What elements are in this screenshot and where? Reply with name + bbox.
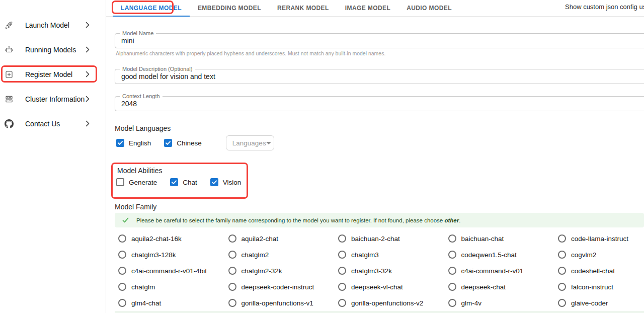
family-radio-codeshell-chat[interactable]: codeshell-chat xyxy=(554,267,644,275)
model-name-field[interactable]: Model Name mini xyxy=(115,33,644,48)
family-radio-deepseek-chat[interactable]: deepseek-chat xyxy=(445,283,555,291)
family-radio-falcon-instruct[interactable]: falcon-instruct xyxy=(554,283,644,291)
radio-label: baichuan-chat xyxy=(461,235,504,243)
checkbox-checked-icon xyxy=(164,139,172,147)
chevron-right-icon xyxy=(86,71,90,77)
family-radio-glm-4v[interactable]: glm-4v xyxy=(445,299,555,307)
context-length-label: Context Length xyxy=(120,93,163,100)
sidebar-item-launch-model[interactable]: Launch Model xyxy=(0,13,106,37)
radio-label: gorilla-openfunctions-v1 xyxy=(242,299,313,307)
family-radio-codeqwen1-5-chat[interactable]: codeqwen1.5-chat xyxy=(445,251,555,259)
family-radio-chatglm2-32k[interactable]: chatglm2-32k xyxy=(225,267,335,275)
family-radio-chatglm3-128k[interactable]: chatglm3-128k xyxy=(115,251,225,259)
ability-checkbox-chat[interactable]: Chat xyxy=(170,178,197,186)
languages-select[interactable]: Languages xyxy=(226,135,274,150)
family-radio-chatglm[interactable]: chatglm xyxy=(115,283,225,291)
radio-label: deepseek-vl-chat xyxy=(351,283,403,291)
language-checkbox-english[interactable]: English xyxy=(116,139,151,147)
family-radio-cogvlm2[interactable]: cogvlm2 xyxy=(554,251,644,259)
checkbox-label: Generate xyxy=(129,179,157,186)
radio-circle-icon xyxy=(338,234,346,243)
family-radio-chatglm3[interactable]: chatglm3 xyxy=(335,251,445,259)
radio-circle-icon xyxy=(448,251,456,259)
family-radio-code-llama-instruct[interactable]: code-llama-instruct xyxy=(554,234,644,243)
radio-label: chatglm xyxy=(131,283,155,291)
family-radio-c4ai-command-r-v01[interactable]: c4ai-command-r-v01 xyxy=(445,267,555,275)
sidebar-item-label: Launch Model xyxy=(25,21,69,29)
sidebar-item-cluster-information[interactable]: Cluster Information xyxy=(0,87,106,111)
notice-suffix: . xyxy=(459,217,460,223)
model-abilities-heading: Model Abilities xyxy=(117,167,163,175)
family-radio-aquila2-chat[interactable]: aquila2-chat xyxy=(225,234,335,243)
radio-circle-icon xyxy=(448,234,456,243)
language-checkbox-chinese[interactable]: Chinese xyxy=(164,139,202,147)
chevron-right-icon xyxy=(86,46,90,53)
ability-checkbox-generate[interactable]: Generate xyxy=(116,178,157,186)
radio-label: chatglm2 xyxy=(242,251,269,259)
radio-label: glm4-chat xyxy=(131,299,161,307)
notice-prefix: Please be careful to select the family n… xyxy=(136,217,444,223)
ability-checkbox-vision[interactable]: Vision xyxy=(210,178,242,186)
radio-label: glaive-coder xyxy=(571,299,608,307)
checkbox-unchecked-icon xyxy=(116,178,124,186)
sidebar-item-register-model[interactable]: Register Model xyxy=(0,62,106,87)
radio-label: chatglm3-128k xyxy=(131,251,176,259)
tab-language-model[interactable]: LANGUAGE MODEL xyxy=(113,0,190,16)
model-family-notice-banner: Please be careful to select the family n… xyxy=(115,213,644,227)
checkbox-label: Chat xyxy=(183,179,197,186)
radio-circle-icon xyxy=(448,299,456,307)
context-length-field[interactable]: Context Length 2048 xyxy=(115,96,644,111)
show-custom-json-label: Show custom json config used b xyxy=(565,3,644,11)
radio-circle-icon xyxy=(228,251,236,259)
family-radio-glaive-coder[interactable]: glaive-coder xyxy=(554,299,644,307)
sidebar-item-running-models[interactable]: Running Models xyxy=(0,37,106,62)
family-radio-baichuan-chat[interactable]: baichuan-chat xyxy=(445,234,555,243)
radio-circle-icon xyxy=(448,283,456,291)
context-length-value: 2048 xyxy=(115,97,644,108)
github-icon xyxy=(5,119,14,128)
radio-label: deepseek-chat xyxy=(461,283,506,291)
checkbox-checked-icon xyxy=(170,178,178,186)
family-radio-deepseek-vl-chat[interactable]: deepseek-vl-chat xyxy=(335,283,445,291)
radio-circle-icon xyxy=(338,283,346,291)
radio-label: chatglm3 xyxy=(351,251,379,259)
chevron-right-icon xyxy=(86,120,90,127)
radio-circle-icon xyxy=(118,234,126,243)
radio-circle-icon xyxy=(118,251,126,259)
radio-label: falcon-instruct xyxy=(571,283,613,291)
model-description-label: Model Description (Optional) xyxy=(120,66,195,72)
family-radio-baichuan-2-chat[interactable]: baichuan-2-chat xyxy=(335,234,445,243)
sidebar: Launch Model Running Models Register Mod… xyxy=(0,0,106,313)
family-radio-glm4-chat[interactable]: glm4-chat xyxy=(115,299,225,307)
family-radio-gorilla-openfunctions-v2[interactable]: gorilla-openfunctions-v2 xyxy=(335,299,445,307)
radio-label: c4ai-command-r-v01 xyxy=(461,267,524,275)
model-name-label: Model Name xyxy=(120,30,156,37)
checkbox-label: Vision xyxy=(223,179,242,186)
tab-image-model[interactable]: IMAGE MODEL xyxy=(337,0,398,16)
family-radio-aquila2-chat-16k[interactable]: aquila2-chat-16k xyxy=(115,234,225,243)
model-description-field[interactable]: Model Description (Optional) good model … xyxy=(115,69,644,84)
sidebar-item-contact-us[interactable]: Contact Us xyxy=(0,111,106,136)
radio-label: chatglm3-32k xyxy=(351,267,392,275)
model-name-helper-text: Alphanumeric characters with properly pl… xyxy=(116,50,385,56)
tab-audio-model[interactable]: AUDIO MODEL xyxy=(398,0,460,16)
radio-circle-icon xyxy=(338,251,346,259)
check-icon xyxy=(122,216,129,224)
model-languages-row: English Chinese Languages xyxy=(116,136,274,150)
family-radio-chatglm2[interactable]: chatglm2 xyxy=(225,251,335,259)
family-radio-c4ai-command-r-v01-4bit[interactable]: c4ai-command-r-v01-4bit xyxy=(115,267,225,275)
main-content: LANGUAGE MODELEMBEDDING MODELRERANK MODE… xyxy=(106,0,644,313)
radio-label: baichuan-2-chat xyxy=(351,235,400,243)
family-radio-deepseek-coder-instruct[interactable]: deepseek-coder-instruct xyxy=(225,283,335,291)
tab-rerank-model[interactable]: RERANK MODEL xyxy=(269,0,337,16)
family-radio-chatglm3-32k[interactable]: chatglm3-32k xyxy=(335,267,445,275)
tab-embedding-model[interactable]: EMBEDDING MODEL xyxy=(190,0,269,16)
radio-circle-icon xyxy=(558,267,566,275)
model-family-options-grid: aquila2-chat-16k aquila2-chat baichuan-2… xyxy=(115,230,644,311)
radio-label: c4ai-command-r-v01-4bit xyxy=(131,267,207,275)
sidebar-item-label: Register Model xyxy=(25,70,72,79)
family-radio-gorilla-openfunctions-v1[interactable]: gorilla-openfunctions-v1 xyxy=(225,299,335,307)
radio-circle-icon xyxy=(338,299,346,307)
caret-down-icon xyxy=(266,142,271,144)
radio-label: aquila2-chat xyxy=(242,235,279,243)
